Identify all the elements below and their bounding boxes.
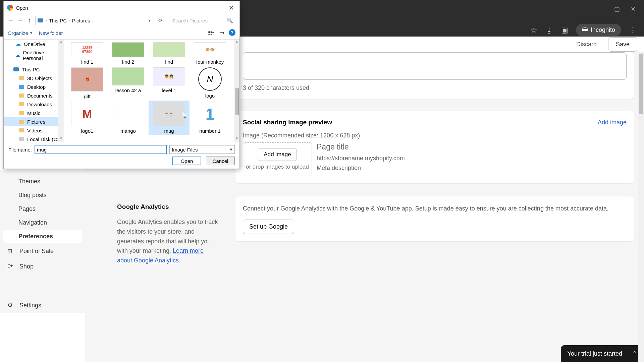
incognito-icon: 🕶 — [582, 26, 588, 34]
tree-desktop[interactable]: Desktop — [4, 82, 64, 91]
tree-videos[interactable]: Videos — [4, 126, 64, 135]
file-item[interactable]: ○mango — [108, 101, 149, 135]
folder-icon — [18, 75, 24, 81]
nav-forward-icon[interactable]: → — [16, 17, 24, 24]
chevron-up-icon: ⌃ — [632, 350, 637, 357]
browser-menu-icon[interactable]: ⋮ — [628, 26, 638, 35]
file-item[interactable]: 🐵🐵four monkey — [190, 41, 230, 66]
file-label: gift — [84, 94, 91, 99]
meta-description-card: 3 of 320 characters used — [235, 52, 634, 99]
file-item[interactable]: Mlogo1 — [67, 101, 108, 135]
refresh-icon[interactable]: ⟳ — [156, 16, 164, 24]
sidebar-item-point-of-sale[interactable]: ⊞Point of Sale — [0, 243, 85, 259]
dialog-close-button[interactable]: ✕ — [226, 4, 236, 12]
file-label: logo — [205, 93, 215, 99]
file-name-input[interactable] — [35, 145, 167, 154]
folder-icon — [18, 110, 24, 116]
file-label: four monkey — [196, 59, 224, 65]
file-item[interactable]: 🎁gift — [67, 66, 108, 101]
sidebar-item-blog-posts[interactable]: Blog posts — [0, 188, 85, 202]
admin-sidebar: Themes Blog posts Pages Navigation Prefe… — [0, 170, 85, 313]
breadcrumb-seg-this-pc[interactable]: This PC — [48, 18, 68, 23]
file-item[interactable]: 👦👧level 1 — [149, 66, 190, 101]
meta-description-input[interactable] — [243, 52, 627, 80]
tree-documents[interactable]: Documents — [4, 91, 64, 100]
file-item[interactable]: Nlogo — [190, 66, 230, 101]
image-dropzone[interactable]: Add image or drop images to upload — [243, 142, 312, 176]
file-label: number 1 — [199, 128, 220, 134]
folder-icon — [18, 127, 24, 133]
add-image-button[interactable]: Add image — [258, 148, 297, 161]
google-analytics-info: Google Analytics Google Analytics enable… — [117, 203, 219, 265]
folder-icon — [18, 84, 24, 90]
downloads-icon[interactable]: ⭳ — [545, 26, 554, 35]
breadcrumb[interactable]: › This PC › Pictures › ▾ — [35, 16, 153, 25]
image-size-hint: Image (Recommended size: 1200 x 628 px) — [243, 132, 627, 139]
tree-this-pc[interactable]: This PC — [4, 65, 64, 74]
file-label: find 2 — [122, 59, 135, 65]
incognito-label: Incognito — [591, 26, 615, 34]
sidebar-item-settings[interactable]: ⚙Settings — [0, 298, 85, 313]
file-item[interactable]: find 2 — [108, 41, 149, 66]
organize-menu[interactable]: Organize▼ — [8, 30, 33, 36]
setup-google-button[interactable]: Set up Google — [243, 220, 294, 234]
file-scrollbar[interactable]: ▲▼ — [234, 40, 239, 142]
page-scrollbar[interactable] — [638, 52, 644, 362]
breadcrumb-dropdown-icon[interactable]: ▾ — [149, 18, 151, 23]
incognito-badge[interactable]: 🕶 Incognito — [576, 24, 621, 36]
sidebar-item-shop[interactable]: 🛍Shop — [0, 259, 85, 274]
window-minimize[interactable]: − — [598, 6, 604, 12]
file-grid: 1234567890find 1 find 2 find 🐵🐵four monk… — [64, 40, 239, 142]
file-label: mango — [120, 128, 136, 134]
search-input[interactable]: Search Pictures 🔍 — [169, 16, 236, 25]
file-item[interactable]: 1number 1 — [190, 101, 230, 135]
chevron-right-icon: › — [68, 18, 71, 22]
tree-onedrive[interactable]: ☁OneDrive — [4, 40, 64, 48]
dropzone-hint: or drop images to upload — [246, 164, 309, 170]
file-item[interactable]: lesson 42 a — [108, 66, 149, 101]
nav-back-icon[interactable]: ← — [7, 17, 14, 24]
cancel-button[interactable]: Cancel — [206, 157, 235, 165]
discard-button[interactable]: Discard — [569, 38, 604, 51]
preview-pane-icon[interactable]: ▭ — [218, 29, 225, 37]
help-icon[interactable]: ? — [229, 29, 235, 36]
tree-downloads[interactable]: Downloads — [4, 100, 64, 109]
tree-scrollbar[interactable]: ▲▼ — [58, 40, 64, 142]
preview-meta-description: Meta description — [317, 165, 405, 172]
file-item[interactable]: 1234567890find 1 — [67, 41, 108, 66]
view-options-icon[interactable]: ☷▾ — [207, 29, 215, 37]
window-close[interactable]: ✕ — [630, 6, 636, 12]
trial-banner-text: Your trial just started — [568, 350, 622, 357]
nav-up-icon[interactable]: ↑ — [26, 17, 33, 24]
folder-tree: ☁OneDrive ☁OneDrive - Personal This PC 3… — [4, 40, 64, 142]
add-image-link[interactable]: Add image — [598, 119, 627, 126]
tree-onedrive-personal[interactable]: ☁OneDrive - Personal — [4, 48, 64, 62]
sidebar-item-navigation[interactable]: Navigation — [0, 216, 85, 230]
search-placeholder: Search Pictures — [172, 18, 208, 23]
disk-icon — [18, 136, 24, 142]
file-type-select[interactable]: Image Files — [169, 145, 235, 154]
tree-local-disk-c[interactable]: Local Disk (C:) — [4, 135, 64, 142]
bookmark-star-icon[interactable]: ☆ — [530, 26, 538, 35]
open-button[interactable]: Open — [172, 157, 201, 165]
trial-banner[interactable]: Your trial just started ⌃ — [561, 345, 644, 362]
new-folder-button[interactable]: New folder — [39, 30, 63, 36]
tree-music[interactable]: Music — [4, 109, 64, 117]
file-item-selected[interactable]: ☕☕mug — [149, 101, 190, 135]
folder-icon — [18, 93, 24, 99]
tree-3d-objects[interactable]: 3D Objects — [4, 74, 64, 82]
window-maximize[interactable]: ▢ — [614, 6, 620, 12]
folder-icon — [18, 119, 24, 125]
save-button[interactable]: Save — [608, 37, 637, 52]
sidebar-item-themes[interactable]: Themes — [0, 175, 85, 188]
tree-pictures[interactable]: Pictures — [4, 117, 64, 126]
onedrive-icon: ☁ — [15, 52, 20, 58]
onedrive-icon: ☁ — [15, 41, 21, 47]
breadcrumb-seg-pictures[interactable]: Pictures — [71, 18, 92, 23]
side-panel-icon[interactable]: ▣ — [560, 26, 569, 35]
sidebar-item-pages[interactable]: Pages — [0, 202, 85, 216]
file-item[interactable]: find — [149, 41, 190, 66]
sidebar-item-preferences[interactable]: Preferences — [3, 230, 82, 243]
file-label: logo1 — [81, 128, 94, 134]
preview-url: https://storename.myshopify.com — [317, 155, 405, 162]
